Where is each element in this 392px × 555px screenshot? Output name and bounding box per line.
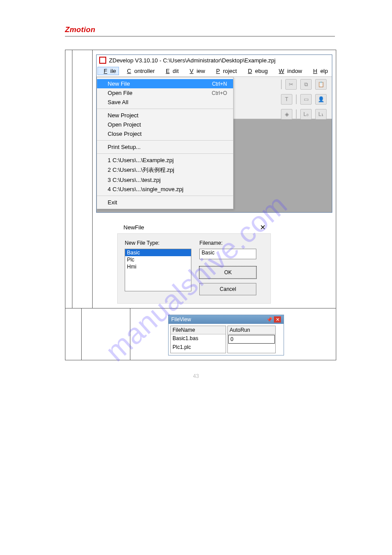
- screenshot-col: ZDevelop V3.10.10 - C:\Users\Administrat…: [93, 50, 336, 308]
- app-window: ZDevelop V3.10.10 - C:\Users\Administrat…: [96, 54, 332, 213]
- list-item[interactable]: Basic: [125, 249, 191, 256]
- menuitem-label: New File: [108, 80, 212, 87]
- step-col: [65, 50, 72, 308]
- page-number: 43: [0, 373, 392, 379]
- menu-debug[interactable]: Debug: [242, 67, 271, 75]
- menuitem-exit[interactable]: Exit: [97, 198, 233, 207]
- file-menu-dropdown: New File Ctrl+N Open File Ctrl+O Save Al…: [97, 77, 234, 209]
- menuitem-label: Save All: [108, 99, 227, 105]
- table-row[interactable]: Basic1.bas: [171, 334, 226, 343]
- menu-help[interactable]: Help: [307, 67, 331, 75]
- menu-view[interactable]: View: [183, 67, 208, 75]
- dialog-title: NewFile: [120, 224, 257, 231]
- menuitem-label: Open Project: [108, 121, 227, 128]
- separator-icon: [296, 109, 297, 119]
- menuitem-recent-2[interactable]: 2 C:\Users\...\列表例程.zpj: [97, 165, 233, 175]
- text-icon[interactable]: T: [281, 94, 292, 105]
- filename-label: Filename:: [199, 240, 256, 246]
- menuitem-label: 2 C:\Users\...\列表例程.zpj: [108, 166, 227, 174]
- cut-icon[interactable]: ✂: [285, 79, 297, 90]
- window-title: ZDevelop V3.10.10 - C:\Users\Administrat…: [109, 57, 329, 64]
- newfile-dialog: NewFile ✕ New File Type: Basic Plc Hmi: [117, 221, 271, 304]
- l0-icon[interactable]: L₀: [300, 109, 312, 120]
- menubar: File Controller Edit View Project Debug …: [97, 65, 332, 77]
- type-label: New File Type:: [125, 240, 191, 246]
- menuitem-label: 3 C:\Users\...\test.zpj: [108, 177, 227, 183]
- list-item[interactable]: Hmi: [125, 263, 191, 270]
- dialog-titlebar: NewFile ✕: [117, 221, 271, 233]
- menu-window[interactable]: Window: [273, 67, 305, 75]
- separator-icon: [296, 94, 297, 104]
- copy-icon[interactable]: ⧉: [300, 79, 312, 90]
- menuitem-label: 1 C:\Users\...\Example.zpj: [108, 157, 227, 163]
- table-row[interactable]: Plc1.plc: [171, 343, 226, 352]
- brand-logo: Zmotion: [65, 25, 335, 34]
- image-icon[interactable]: ▭: [300, 94, 312, 105]
- person-icon[interactable]: 👤: [315, 94, 327, 105]
- fileview-title: FileView: [171, 316, 266, 323]
- menuitem-recent-1[interactable]: 1 C:\Users\...\Example.zpj: [97, 156, 233, 165]
- menuitem-open-file[interactable]: Open File Ctrl+O: [97, 88, 233, 98]
- step-col: [65, 308, 82, 360]
- filename-column: FileName Basic1.bas Plc1.plc: [170, 326, 226, 353]
- column-header[interactable]: AutoRun: [228, 326, 275, 334]
- work-area: ✂ ⧉ 📋 T ▭ 👤 ◈: [97, 77, 332, 212]
- toolbar-icons: ✂ ⧉ 📋 T ▭ 👤 ◈: [281, 77, 328, 122]
- menu-edit[interactable]: Edit: [160, 67, 182, 75]
- app-icon: [99, 57, 106, 64]
- pin-icon[interactable]: 📌: [266, 316, 273, 323]
- ok-button[interactable]: OK: [199, 266, 256, 279]
- l1-icon[interactable]: L₁: [315, 109, 327, 120]
- menuitem-label: New Project: [108, 112, 227, 119]
- menuitem-new-project[interactable]: New Project: [97, 111, 233, 120]
- close-icon[interactable]: ✕: [274, 316, 281, 323]
- filename-input[interactable]: Basic: [199, 249, 256, 259]
- menuitem-close-project[interactable]: Close Project: [97, 129, 233, 138]
- list-item[interactable]: Plc: [125, 256, 191, 263]
- fileview-titlebar: FileView 📌 ✕: [169, 315, 284, 324]
- menuitem-label: Open File: [108, 90, 212, 96]
- menuitem-shortcut: Ctrl+O: [212, 90, 227, 96]
- cancel-button[interactable]: Cancel: [199, 283, 256, 295]
- header-rule: [65, 36, 335, 36]
- paste-icon[interactable]: 📋: [315, 79, 327, 90]
- menuitem-new-file[interactable]: New File Ctrl+N: [97, 79, 233, 88]
- menuitem-recent-3[interactable]: 3 C:\Users\...\test.zpj: [97, 175, 233, 185]
- column-header[interactable]: FileName: [171, 326, 226, 334]
- menuitem-shortcut: Ctrl+N: [212, 81, 227, 87]
- menuitem-label: Close Project: [108, 131, 227, 137]
- autorun-input[interactable]: 0: [228, 335, 275, 344]
- titlebar: ZDevelop V3.10.10 - C:\Users\Administrat…: [97, 55, 332, 65]
- desc-col: [72, 50, 93, 308]
- filetype-listbox[interactable]: Basic Plc Hmi: [125, 249, 191, 291]
- menu-controller[interactable]: Controller: [121, 67, 158, 75]
- table-row[interactable]: [228, 344, 275, 353]
- menuitem-print-setup[interactable]: Print Setup...: [97, 142, 233, 152]
- target-icon[interactable]: ◈: [281, 109, 292, 120]
- separator-icon: [281, 80, 282, 89]
- menuitem-label: Print Setup...: [108, 144, 227, 150]
- fileview-panel: FileView 📌 ✕ FileName Basic1.bas Plc1.pl…: [168, 315, 284, 355]
- close-icon[interactable]: ✕: [257, 223, 268, 232]
- menuitem-label: 4 C:\Users\...\single_move.zpj: [108, 186, 227, 192]
- menu-file[interactable]: File: [97, 67, 119, 75]
- menu-project[interactable]: Project: [210, 67, 240, 75]
- autorun-column: AutoRun 0: [227, 326, 276, 353]
- content-table: ZDevelop V3.10.10 - C:\Users\Administrat…: [65, 50, 336, 360]
- menuitem-recent-4[interactable]: 4 C:\Users\...\single_move.zpj: [97, 185, 233, 194]
- screenshot-col: FileView 📌 ✕ FileName Basic1.bas Plc1.pl…: [130, 308, 336, 360]
- desc-col: [82, 308, 130, 360]
- menuitem-save-all[interactable]: Save All: [97, 98, 233, 107]
- menuitem-open-project[interactable]: Open Project: [97, 120, 233, 129]
- menuitem-label: Exit: [108, 199, 227, 206]
